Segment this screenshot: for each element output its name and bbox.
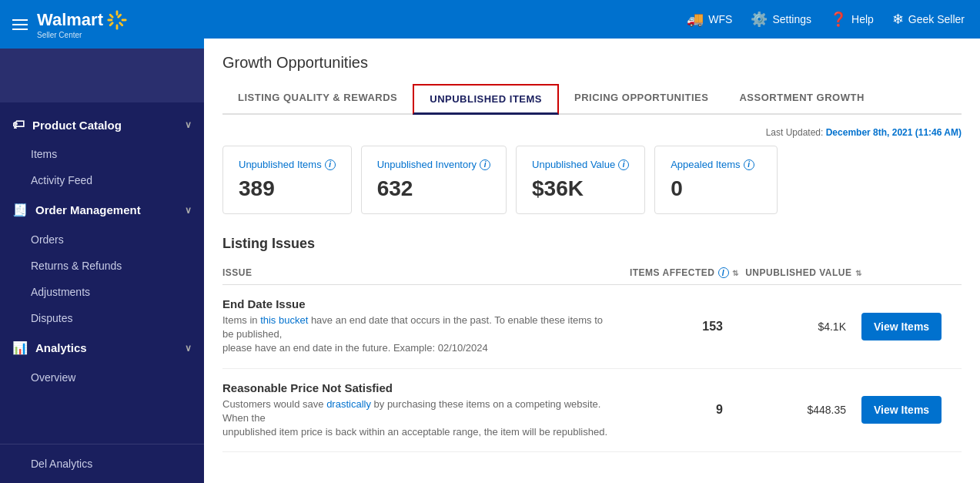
unpublished-items-info-icon[interactable]: i	[325, 159, 336, 170]
sidebar-nav: 🏷 Product Catalog ∨ Items Activity Feed …	[0, 102, 204, 444]
stats-section: Last Updated: December 8th, 2021 (11:46 …	[222, 115, 962, 220]
stat-card-unpublished-items-value: 389	[239, 176, 336, 201]
stat-card-unpublished-inventory: Unpublished Inventory i 632	[361, 146, 507, 214]
tabs: LISTING QUALITY & REWARDS UNPUBLISHED IT…	[222, 84, 962, 115]
issues-table-header: ISSUE ITEMS AFFECTED i ⇅ UNPUBLISHED VAL…	[222, 261, 962, 285]
issue-title-end-date: End Date Issue	[222, 297, 615, 310]
issue-info-end-date: End Date Issue Items in this bucket have…	[222, 297, 615, 356]
items-affected-info-icon[interactable]: i	[718, 267, 729, 278]
sidebar-item-adjustments[interactable]: Adjustments	[31, 279, 204, 305]
svg-rect-5	[119, 22, 124, 27]
unpublished-value-sort-icon[interactable]: ⇅	[855, 269, 862, 277]
sidebar-bottom: Del Analytics	[0, 444, 204, 483]
stat-card-unpublished-inventory-value: 632	[377, 176, 490, 201]
sidebar-section-order-management-header[interactable]: 🧾 Order Management ∨	[0, 193, 204, 226]
issue-value-end-date: $4.1K	[738, 320, 861, 333]
sidebar-item-orders[interactable]: Orders	[31, 226, 204, 253]
analytics-chevron: ∨	[185, 343, 192, 354]
svg-rect-3	[122, 19, 127, 22]
sidebar-item-overview[interactable]: Overview	[31, 364, 204, 391]
col-header-items-affected: ITEMS AFFECTED i ⇅	[615, 267, 738, 278]
sidebar-section-product-catalog: 🏷 Product Catalog ∨ Items Activity Feed	[0, 109, 204, 193]
issue-desc-reasonable-price: Customers would save drastically by purc…	[222, 397, 615, 440]
items-affected-sort-icon[interactable]: ⇅	[732, 269, 739, 277]
issue-count-end-date: 153	[615, 320, 738, 334]
stat-card-unpublished-value-value: $36K	[532, 176, 629, 201]
unpublished-value-info-icon[interactable]: i	[618, 159, 629, 170]
tab-listing-quality[interactable]: LISTING QUALITY & REWARDS	[222, 84, 413, 115]
view-items-button-reasonable-price[interactable]: View Items	[861, 396, 942, 424]
svg-rect-2	[107, 19, 112, 22]
issue-count-reasonable-price: 9	[615, 403, 738, 417]
col-header-unpublished-value: UNPUBLISHED VALUE ⇅	[738, 267, 861, 278]
sidebar-item-returns-refunds[interactable]: Returns & Refunds	[31, 253, 204, 279]
reasonable-price-highlight: drastically	[326, 398, 371, 410]
issue-action-reasonable-price: View Items	[861, 396, 962, 424]
tab-assortment-growth[interactable]: ASSORTMENT GROWTH	[724, 84, 879, 115]
col-header-issue: ISSUE	[222, 267, 615, 278]
sidebar-order-management-subitems: Orders Returns & Refunds Adjustments Dis…	[0, 226, 204, 331]
nav-user[interactable]: ❄ Geek Seller	[892, 11, 965, 28]
walmart-spark-icon	[106, 9, 128, 31]
tab-pricing-opportunities[interactable]: PRICING OPPORTUNITIES	[559, 84, 724, 115]
last-updated: Last Updated: December 8th, 2021 (11:46 …	[222, 127, 962, 138]
hamburger-menu[interactable]	[12, 19, 28, 30]
sidebar-item-disputes[interactable]: Disputes	[31, 305, 204, 331]
issue-row-end-date: End Date Issue Items in this bucket have…	[222, 285, 962, 369]
analytics-icon: 📊	[12, 340, 28, 355]
sidebar-user-area	[0, 49, 204, 102]
stat-card-unpublished-value-label: Unpublished Value i	[532, 159, 629, 170]
sidebar-item-items[interactable]: Items	[31, 141, 204, 167]
sidebar-item-activity-feed[interactable]: Activity Feed	[31, 167, 204, 193]
settings-icon: ⚙️	[751, 11, 768, 28]
last-updated-value: December 8th, 2021 (11:46 AM)	[826, 127, 962, 138]
page-title: Growth Opportunities	[222, 54, 962, 72]
nav-wfs[interactable]: 🚚 WFS	[687, 11, 732, 28]
order-management-icon: 🧾	[12, 203, 28, 217]
issue-action-end-date: View Items	[861, 313, 962, 340]
sidebar-analytics-subitems: Overview	[0, 364, 204, 391]
product-catalog-icon: 🏷	[12, 118, 25, 132]
stat-card-unpublished-value: Unpublished Value i $36K	[516, 146, 645, 214]
tab-unpublished-items[interactable]: UNPUBLISHED ITEMS	[413, 84, 559, 115]
stat-card-appealed-items-value: 0	[671, 176, 761, 201]
nav-user-label: Geek Seller	[908, 13, 965, 25]
sidebar-section-analytics-header[interactable]: 📊 Analytics ∨	[0, 331, 204, 364]
product-catalog-chevron: ∨	[185, 119, 192, 130]
sidebar-section-product-catalog-label: Product Catalog	[32, 119, 122, 132]
nav-wfs-label: WFS	[708, 13, 732, 25]
sidebar-product-catalog-subitems: Items Activity Feed	[0, 141, 204, 193]
appealed-items-info-icon[interactable]: i	[744, 159, 754, 170]
svg-rect-0	[116, 10, 119, 15]
issue-info-reasonable-price: Reasonable Price Not Satisfied Customers…	[222, 381, 615, 440]
unpublished-inventory-info-icon[interactable]: i	[480, 159, 490, 170]
sidebar-section-analytics-label: Analytics	[35, 341, 87, 354]
sidebar-section-product-catalog-header[interactable]: 🏷 Product Catalog ∨	[0, 109, 204, 141]
svg-rect-7	[109, 22, 114, 27]
svg-rect-1	[116, 25, 119, 30]
issue-desc-end-date: Items in this bucket have an end date th…	[222, 314, 615, 356]
sidebar: Walmart Seller Center	[0, 0, 204, 483]
nav-settings[interactable]: ⚙️ Settings	[751, 11, 811, 28]
stat-card-unpublished-items-label: Unpublished Items i	[239, 159, 336, 170]
svg-rect-4	[109, 13, 114, 18]
view-items-button-end-date[interactable]: View Items	[861, 313, 942, 340]
stat-card-appealed-items-label[interactable]: Appealed Items i	[671, 159, 761, 170]
top-navbar: 🚚 WFS ⚙️ Settings ❓ Help ❄ Geek Seller	[204, 0, 980, 39]
sidebar-section-order-management: 🧾 Order Management ∨ Orders Returns & Re…	[0, 193, 204, 331]
nav-help[interactable]: ❓ Help	[830, 11, 874, 28]
issue-value-reasonable-price: $448.35	[738, 404, 861, 416]
end-date-highlight: this bucket	[260, 314, 308, 326]
nav-settings-label: Settings	[772, 13, 811, 25]
main-content: 🚚 WFS ⚙️ Settings ❓ Help ❄ Geek Seller G…	[204, 0, 980, 483]
stats-cards: Unpublished Items i 389 Unpublished Inve…	[222, 146, 962, 214]
sidebar-item-del-analytics[interactable]: Del Analytics	[31, 451, 204, 477]
sidebar-section-analytics: 📊 Analytics ∨ Overview	[0, 331, 204, 391]
sidebar-section-order-management-label: Order Management	[35, 203, 141, 216]
issue-title-reasonable-price: Reasonable Price Not Satisfied	[222, 381, 615, 394]
stat-card-unpublished-items: Unpublished Items i 389	[222, 146, 352, 214]
order-management-chevron: ∨	[185, 205, 192, 216]
user-icon: ❄	[892, 11, 904, 28]
stat-card-appealed-items: Appealed Items i 0	[654, 146, 778, 214]
listing-issues-title: Listing Issues	[222, 236, 962, 252]
